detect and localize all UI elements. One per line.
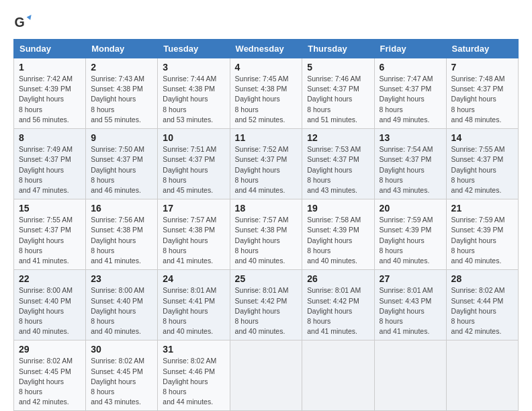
day-info: Sunrise: 8:02 AMSunset: 4:45 PMDaylight … [19, 357, 73, 406]
day-info: Sunrise: 7:57 AMSunset: 4:38 PMDaylight … [163, 216, 216, 265]
calendar-cell: 17 Sunrise: 7:57 AMSunset: 4:38 PMDaylig… [158, 199, 230, 270]
day-info: Sunrise: 8:02 AMSunset: 4:44 PMDaylight … [451, 286, 505, 335]
day-number: 8 [19, 132, 81, 143]
calendar-cell [230, 340, 302, 411]
day-number: 6 [380, 62, 441, 73]
calendar-cell: 15 Sunrise: 7:55 AMSunset: 4:37 PMDaylig… [14, 199, 86, 270]
calendar-cell: 21 Sunrise: 7:59 AMSunset: 4:39 PMDaylig… [446, 199, 518, 270]
calendar-cell: 22 Sunrise: 8:00 AMSunset: 4:40 PMDaylig… [14, 270, 86, 340]
day-number: 9 [91, 132, 152, 143]
day-number: 10 [163, 132, 224, 143]
calendar-cell: 4 Sunrise: 7:45 AMSunset: 4:38 PMDayligh… [230, 58, 302, 129]
logo: G [13, 13, 34, 32]
day-info: Sunrise: 7:45 AMSunset: 4:38 PMDaylight … [235, 75, 289, 124]
day-number: 26 [307, 273, 369, 284]
calendar-cell: 31 Sunrise: 8:02 AMSunset: 4:46 PMDaylig… [158, 340, 230, 411]
col-header-saturday: Saturday [446, 40, 518, 58]
day-number: 25 [235, 273, 298, 284]
calendar-cell: 2 Sunrise: 7:43 AMSunset: 4:38 PMDayligh… [86, 58, 158, 129]
calendar-cell: 20 Sunrise: 7:59 AMSunset: 4:39 PMDaylig… [374, 199, 446, 270]
day-info: Sunrise: 7:42 AMSunset: 4:39 PMDaylight … [19, 75, 73, 124]
day-number: 21 [451, 203, 513, 214]
col-header-thursday: Thursday [302, 40, 374, 58]
week-row-3: 15 Sunrise: 7:55 AMSunset: 4:37 PMDaylig… [14, 199, 519, 270]
calendar-cell: 18 Sunrise: 7:57 AMSunset: 4:38 PMDaylig… [230, 199, 302, 270]
day-number: 24 [163, 273, 224, 284]
day-number: 28 [451, 273, 513, 284]
calendar-cell: 9 Sunrise: 7:50 AMSunset: 4:37 PMDayligh… [86, 129, 158, 199]
day-info: Sunrise: 8:01 AMSunset: 4:42 PMDaylight … [235, 286, 289, 335]
day-info: Sunrise: 7:44 AMSunset: 4:38 PMDaylight … [163, 75, 216, 124]
calendar-table: SundayMondayTuesdayWednesdayThursdayFrid… [13, 39, 519, 411]
day-info: Sunrise: 7:58 AMSunset: 4:39 PMDaylight … [307, 216, 361, 265]
calendar-cell: 3 Sunrise: 7:44 AMSunset: 4:38 PMDayligh… [158, 58, 230, 129]
calendar-cell: 5 Sunrise: 7:46 AMSunset: 4:37 PMDayligh… [302, 58, 374, 129]
calendar-cell: 26 Sunrise: 8:01 AMSunset: 4:42 PMDaylig… [302, 270, 374, 340]
week-row-1: 1 Sunrise: 7:42 AMSunset: 4:39 PMDayligh… [14, 58, 519, 129]
day-info: Sunrise: 7:47 AMSunset: 4:37 PMDaylight … [380, 75, 433, 124]
day-number: 13 [380, 132, 441, 143]
day-number: 2 [91, 62, 152, 73]
day-info: Sunrise: 7:59 AMSunset: 4:39 PMDaylight … [380, 216, 433, 265]
calendar-cell: 23 Sunrise: 8:00 AMSunset: 4:40 PMDaylig… [86, 270, 158, 340]
col-header-sunday: Sunday [14, 40, 86, 58]
calendar-cell: 13 Sunrise: 7:54 AMSunset: 4:37 PMDaylig… [374, 129, 446, 199]
day-info: Sunrise: 7:51 AMSunset: 4:37 PMDaylight … [163, 145, 216, 194]
calendar-cell: 19 Sunrise: 7:58 AMSunset: 4:39 PMDaylig… [302, 199, 374, 270]
day-number: 29 [19, 344, 81, 355]
calendar-cell [374, 340, 446, 411]
day-number: 1 [19, 62, 81, 73]
day-info: Sunrise: 8:01 AMSunset: 4:43 PMDaylight … [380, 286, 433, 335]
calendar-cell: 29 Sunrise: 8:02 AMSunset: 4:45 PMDaylig… [14, 340, 86, 411]
day-info: Sunrise: 7:59 AMSunset: 4:39 PMDaylight … [451, 216, 505, 265]
day-number: 17 [163, 203, 224, 214]
day-number: 19 [307, 203, 369, 214]
day-number: 31 [163, 344, 224, 355]
day-info: Sunrise: 7:57 AMSunset: 4:38 PMDaylight … [235, 216, 289, 265]
day-info: Sunrise: 7:52 AMSunset: 4:37 PMDaylight … [235, 145, 289, 194]
day-info: Sunrise: 7:53 AMSunset: 4:37 PMDaylight … [307, 145, 361, 194]
day-info: Sunrise: 7:55 AMSunset: 4:37 PMDaylight … [19, 216, 73, 265]
day-number: 22 [19, 273, 81, 284]
day-number: 11 [235, 132, 298, 143]
day-info: Sunrise: 8:01 AMSunset: 4:42 PMDaylight … [307, 286, 361, 335]
day-number: 18 [235, 203, 298, 214]
day-number: 12 [307, 132, 369, 143]
week-row-5: 29 Sunrise: 8:02 AMSunset: 4:45 PMDaylig… [14, 340, 519, 411]
day-info: Sunrise: 7:56 AMSunset: 4:38 PMDaylight … [91, 216, 144, 265]
logo-icon: G [13, 13, 32, 32]
day-number: 4 [235, 62, 298, 73]
calendar-cell: 7 Sunrise: 7:48 AMSunset: 4:37 PMDayligh… [446, 58, 518, 129]
day-number: 15 [19, 203, 81, 214]
calendar-cell: 27 Sunrise: 8:01 AMSunset: 4:43 PMDaylig… [374, 270, 446, 340]
col-header-wednesday: Wednesday [230, 40, 302, 58]
col-header-tuesday: Tuesday [158, 40, 230, 58]
calendar-cell: 10 Sunrise: 7:51 AMSunset: 4:37 PMDaylig… [158, 129, 230, 199]
calendar-cell: 1 Sunrise: 7:42 AMSunset: 4:39 PMDayligh… [14, 58, 86, 129]
day-number: 14 [451, 132, 513, 143]
day-number: 5 [307, 62, 369, 73]
day-info: Sunrise: 7:43 AMSunset: 4:38 PMDaylight … [91, 75, 144, 124]
day-info: Sunrise: 7:49 AMSunset: 4:37 PMDaylight … [19, 145, 73, 194]
day-info: Sunrise: 7:48 AMSunset: 4:37 PMDaylight … [451, 75, 505, 124]
day-number: 7 [451, 62, 513, 73]
calendar-cell: 8 Sunrise: 7:49 AMSunset: 4:37 PMDayligh… [14, 129, 86, 199]
calendar-cell: 11 Sunrise: 7:52 AMSunset: 4:37 PMDaylig… [230, 129, 302, 199]
svg-text:G: G [14, 15, 24, 30]
day-info: Sunrise: 7:55 AMSunset: 4:37 PMDaylight … [451, 145, 505, 194]
calendar-cell: 25 Sunrise: 8:01 AMSunset: 4:42 PMDaylig… [230, 270, 302, 340]
day-number: 23 [91, 273, 152, 284]
day-info: Sunrise: 7:46 AMSunset: 4:37 PMDaylight … [307, 75, 361, 124]
day-info: Sunrise: 8:00 AMSunset: 4:40 PMDaylight … [91, 286, 144, 335]
day-info: Sunrise: 8:02 AMSunset: 4:45 PMDaylight … [91, 357, 144, 406]
day-number: 27 [380, 273, 441, 284]
calendar-cell: 28 Sunrise: 8:02 AMSunset: 4:44 PMDaylig… [446, 270, 518, 340]
col-header-monday: Monday [86, 40, 158, 58]
calendar-cell [446, 340, 518, 411]
calendar-cell: 24 Sunrise: 8:01 AMSunset: 4:41 PMDaylig… [158, 270, 230, 340]
week-row-2: 8 Sunrise: 7:49 AMSunset: 4:37 PMDayligh… [14, 129, 519, 199]
day-number: 30 [91, 344, 152, 355]
day-info: Sunrise: 7:50 AMSunset: 4:37 PMDaylight … [91, 145, 144, 194]
calendar-cell: 12 Sunrise: 7:53 AMSunset: 4:37 PMDaylig… [302, 129, 374, 199]
col-header-friday: Friday [374, 40, 446, 58]
